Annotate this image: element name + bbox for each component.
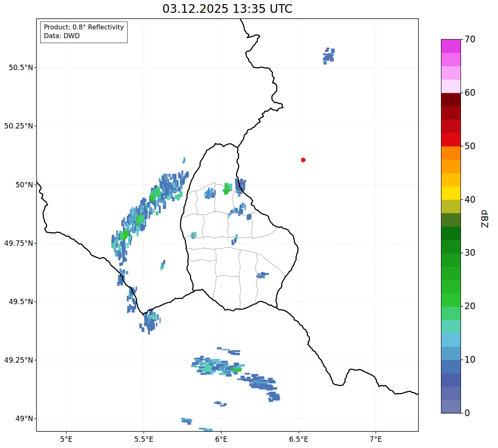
echo-cluster-bottom-streak-1 <box>181 418 192 425</box>
data-source-line: Data: DWD <box>44 32 124 41</box>
colorbar-segment <box>441 133 461 147</box>
colorbar-segment <box>441 119 461 133</box>
colorbar-segment <box>441 360 461 373</box>
colorbar-segment <box>441 293 461 307</box>
colorbar-segment <box>441 186 461 200</box>
lat-tick-label-4975N: 49.75°N <box>0 239 33 248</box>
product-info-line: Product: 0.8° Reflectivity <box>44 23 124 32</box>
colorbar-segment <box>441 266 461 280</box>
colorbar-segment <box>441 226 461 240</box>
colorbar-segment <box>441 200 461 213</box>
lat-tick-label-505N: 50.5°N <box>0 63 33 72</box>
radar-echoes <box>111 48 335 434</box>
colorbar-segment <box>441 240 461 253</box>
colorbar-tick-label-30: 30 <box>464 247 476 258</box>
colorbar-segment <box>441 93 461 107</box>
echo-cluster-sband-top-streaks <box>217 347 240 355</box>
echo-cluster-sband-east <box>237 373 277 391</box>
lat-tick-label-4925N: 49.25°N <box>0 356 33 365</box>
colorbar-tick-label-50: 50 <box>464 141 476 152</box>
colorbar-segment <box>441 320 461 334</box>
colorbar-segment <box>441 373 461 387</box>
border-france-germany <box>277 308 419 394</box>
colorbar-segment <box>441 306 461 320</box>
colorbar-segment <box>441 53 461 66</box>
colorbar-segment <box>441 39 461 53</box>
colorbar-segment <box>441 213 461 227</box>
border-luxembourg <box>180 143 298 311</box>
echo-cluster-south-isolated <box>214 402 227 407</box>
radar-figure: 03.12.2025 13:35 UTC Product: 0.8° Refle… <box>0 0 498 448</box>
radar-map-canvas <box>0 0 498 448</box>
axis-ticks <box>34 68 376 433</box>
echo-cluster-chain-s3 <box>127 286 137 301</box>
colorbar-segment <box>441 280 461 293</box>
colorbar-tick-label-0: 0 <box>464 408 470 419</box>
lon-tick-label-6E: 6°E <box>203 435 240 444</box>
colorbar-segment <box>441 173 461 186</box>
lat-tick-label-50N: 50°N <box>0 180 33 189</box>
lon-tick-label-65E: 6.5°E <box>280 435 317 444</box>
plot-title: 03.12.2025 13:35 UTC <box>36 2 418 16</box>
echo-cluster-lone-speck-north <box>183 157 185 164</box>
radar-site-marker <box>301 158 306 162</box>
echo-cluster-sband-tail <box>266 392 280 402</box>
echo-cluster-green-core-sw <box>121 229 129 240</box>
colorbar-tick-label-60: 60 <box>464 87 476 98</box>
lat-tick-label-49N: 49°N <box>0 414 33 423</box>
colorbar-segment <box>441 346 461 360</box>
echo-cluster-south-specks <box>160 260 165 270</box>
colorbar-segment <box>441 333 461 347</box>
lon-tick-label-55E: 5.5°E <box>125 435 162 444</box>
colorbar-segment <box>441 106 461 120</box>
colorbar-segment <box>441 400 461 414</box>
colorbar-segment <box>441 387 461 400</box>
colorbar-tick-label-10: 10 <box>464 354 476 365</box>
colorbar-tick-label-70: 70 <box>464 34 476 45</box>
product-info-box: Product: 0.8° Reflectivity Data: DWD <box>40 22 128 43</box>
lat-tick-label-5025N: 50.25°N <box>0 121 33 131</box>
echo-cluster-bottom-streak-2 <box>199 428 213 434</box>
echo-cluster-mid-chain-2 <box>232 234 238 245</box>
colorbar-segment <box>441 80 461 93</box>
lon-tick-label-7E: 7°E <box>357 435 394 444</box>
colorbar-segment <box>441 146 461 160</box>
colorbar-tick-label-20: 20 <box>464 301 476 312</box>
echo-cluster-se-cells <box>256 272 269 278</box>
colorbar-tick-label-40: 40 <box>464 194 476 205</box>
lat-tick-label-495N: 49.5°N <box>0 297 33 306</box>
colorbar-unit-label: dBZ <box>479 210 489 228</box>
echo-cluster-sw-cluster <box>139 308 161 334</box>
border-belgium-germany <box>237 18 283 148</box>
colorbar-segment <box>441 66 461 80</box>
colorbar-segment <box>441 253 461 266</box>
lon-tick-label-5E: 5°E <box>48 435 85 444</box>
country-borders <box>35 18 419 394</box>
colorbar-segment <box>441 160 461 173</box>
echo-cluster-northeast-cluster <box>323 48 334 65</box>
colorbar <box>441 39 463 414</box>
